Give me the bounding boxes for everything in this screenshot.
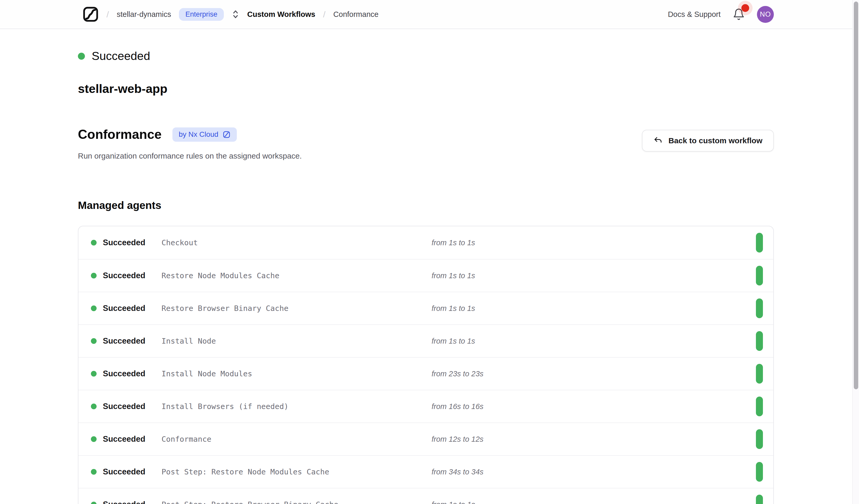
step-status: Succeeded (91, 304, 162, 313)
status-dot-icon (91, 273, 96, 278)
step-name: Install Node (162, 337, 432, 346)
step-status: Succeeded (91, 238, 162, 247)
nx-cloud-logo[interactable] (82, 6, 99, 22)
notifications-button[interactable] (733, 8, 745, 21)
managed-agents-list: Succeeded Checkout from 1s to 1s Succeed… (78, 226, 774, 504)
step-name: Restore Browser Binary Cache (162, 304, 432, 313)
agent-step-row[interactable]: Succeeded Post Step: Restore Browser Bin… (78, 488, 773, 504)
agent-step-row[interactable]: Succeeded Post Step: Restore Node Module… (78, 455, 773, 488)
step-status-label: Succeeded (103, 304, 146, 313)
status-dot-icon (91, 305, 96, 311)
page-scrollbar (852, 0, 859, 504)
step-time-range: from 16s to 16s (432, 402, 756, 411)
step-status-label: Succeeded (103, 369, 146, 378)
workflow-section-header: Conformance by Nx Cloud Run organization… (78, 127, 774, 161)
breadcrumb-page: Conformance (333, 10, 379, 19)
run-status-label: Succeeded (92, 49, 150, 63)
breadcrumb-separator: / (106, 9, 109, 19)
status-dot-icon (91, 338, 96, 344)
step-time-range: from 34s to 34s (432, 468, 756, 476)
step-status: Succeeded (91, 336, 162, 346)
step-status: Succeeded (91, 434, 162, 444)
step-status-label: Succeeded (103, 500, 146, 504)
status-dot-icon (91, 502, 96, 504)
org-switcher-button[interactable] (232, 9, 239, 20)
agent-step-row[interactable]: Succeeded Conformance from 12s to 12s (78, 423, 773, 455)
agent-step-row[interactable]: Succeeded Restore Node Modules Cache fro… (78, 259, 773, 292)
step-status: Succeeded (91, 500, 162, 504)
org-plan-badge: Enterprise (179, 8, 224, 21)
step-duration-bar (756, 397, 763, 416)
breadcrumb-org[interactable]: stellar-dynamics (117, 10, 171, 19)
status-dot-icon (91, 403, 96, 409)
step-duration-bar (756, 266, 763, 286)
status-dot-icon (91, 240, 96, 245)
status-dot-icon (78, 53, 85, 60)
step-duration-bar (756, 331, 763, 351)
step-time-range: from 1s to 1s (432, 239, 756, 247)
agent-step-row[interactable]: Succeeded Install Browsers (if needed) f… (78, 390, 773, 423)
step-duration-bar (756, 233, 763, 253)
step-status: Succeeded (91, 271, 162, 280)
status-dot-icon (91, 436, 96, 442)
step-name: Checkout (162, 238, 432, 247)
managed-agents-heading: Managed agents (78, 199, 774, 212)
chevron-up-down-icon (232, 9, 239, 20)
step-status: Succeeded (91, 467, 162, 476)
nx-cloud-logo-icon (82, 6, 99, 22)
top-nav: / stellar-dynamics Enterprise Custom Wor… (0, 0, 859, 29)
step-name: Restore Node Modules Cache (162, 271, 432, 280)
agent-step-row[interactable]: Succeeded Restore Browser Binary Cache f… (78, 292, 773, 324)
nav-actions: Docs & Support NO (668, 6, 774, 23)
step-duration-bar (756, 429, 763, 449)
step-time-range: from 23s to 23s (432, 369, 756, 378)
step-status-label: Succeeded (103, 467, 146, 476)
workflow-run-page: Succeeded stellar-web-app Conformance by… (78, 29, 774, 504)
user-avatar[interactable]: NO (757, 6, 774, 23)
by-nx-cloud-badge[interactable]: by Nx Cloud (172, 127, 237, 142)
step-duration-bar (756, 364, 763, 384)
status-dot-icon (91, 469, 96, 475)
step-name: Post Step: Restore Node Modules Cache (162, 468, 432, 476)
scrollbar-thumb[interactable] (854, 2, 858, 389)
step-duration-bar (756, 495, 763, 504)
step-status: Succeeded (91, 402, 162, 411)
step-time-range: from 1s to 1s (432, 337, 756, 346)
step-status-label: Succeeded (103, 402, 146, 411)
step-status: Succeeded (91, 369, 162, 378)
breadcrumb: / stellar-dynamics Enterprise Custom Wor… (82, 6, 379, 22)
breadcrumb-section[interactable]: Custom Workflows (247, 10, 315, 19)
step-name: Install Browsers (if needed) (162, 402, 432, 411)
step-name: Conformance (162, 435, 432, 444)
step-status-label: Succeeded (103, 336, 146, 346)
step-duration-bar (756, 462, 763, 482)
breadcrumb-separator: / (323, 9, 326, 19)
agent-step-row[interactable]: Succeeded Checkout from 1s to 1s (78, 226, 773, 259)
step-name: Install Node Modules (162, 369, 432, 378)
undo-arrow-icon (653, 136, 663, 145)
step-time-range: from 12s to 12s (432, 435, 756, 444)
badge-label: by Nx Cloud (179, 131, 218, 138)
nx-cloud-logo-icon (223, 131, 230, 139)
back-button-label: Back to custom workflow (668, 136, 763, 145)
step-time-range: from 1s to 1s (432, 272, 756, 280)
back-to-custom-workflow-button[interactable]: Back to custom workflow (642, 130, 774, 152)
step-time-range: from 1s to 1s (432, 500, 756, 504)
step-name: Post Step: Restore Browser Binary Cache (162, 500, 432, 504)
agent-step-row[interactable]: Succeeded Install Node from 1s to 1s (78, 324, 773, 357)
step-status-label: Succeeded (103, 434, 146, 444)
step-status-label: Succeeded (103, 238, 146, 247)
docs-support-link[interactable]: Docs & Support (668, 10, 721, 19)
status-dot-icon (91, 371, 96, 377)
workflow-description: Run organization conformance rules on th… (78, 152, 302, 161)
workspace-title: stellar-web-app (78, 81, 774, 96)
workflow-title: Conformance (78, 127, 162, 142)
step-status-label: Succeeded (103, 271, 146, 280)
step-duration-bar (756, 299, 763, 318)
workflow-title-block: Conformance by Nx Cloud Run organization… (78, 127, 302, 161)
agent-step-row[interactable]: Succeeded Install Node Modules from 23s … (78, 357, 773, 390)
notification-dot (741, 4, 749, 12)
run-status: Succeeded (78, 49, 774, 63)
step-time-range: from 1s to 1s (432, 304, 756, 313)
